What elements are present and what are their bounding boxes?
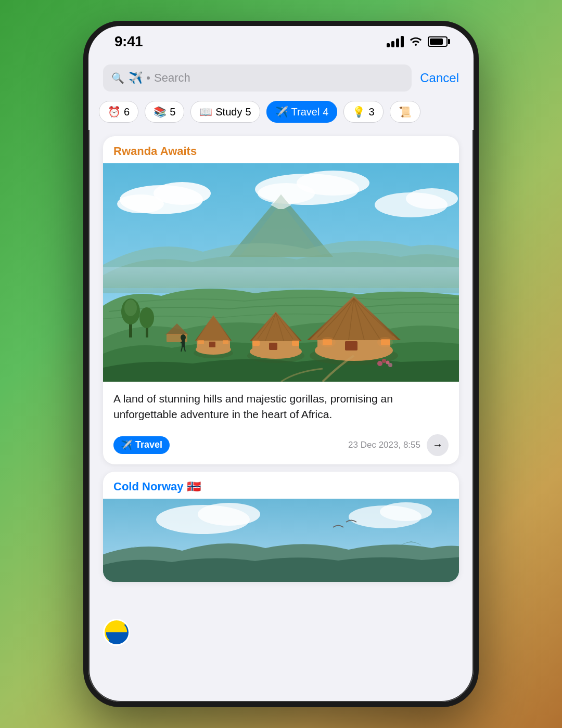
avatar xyxy=(103,619,130,646)
study-icon: 📖 xyxy=(199,106,212,118)
status-icons xyxy=(387,34,448,49)
svg-rect-49 xyxy=(209,342,215,347)
search-bar[interactable]: 🔍 ✈️ Search xyxy=(103,64,412,92)
card-rwanda: Rwanda Awaits xyxy=(103,136,459,464)
svg-rect-50 xyxy=(198,340,204,344)
cancel-button[interactable]: Cancel xyxy=(420,71,459,85)
tab-study-label: Study xyxy=(215,106,242,118)
svg-rect-12 xyxy=(103,267,459,293)
svg-point-62 xyxy=(388,363,392,367)
tab-idea[interactable]: 💡 3 xyxy=(343,101,383,123)
status-time: 9:41 xyxy=(114,33,143,50)
tab-study[interactable]: 📖 Study 5 xyxy=(190,101,260,123)
svg-point-8 xyxy=(406,188,458,209)
books-icon: 📚 xyxy=(154,106,167,118)
card-norway-title: Cold Norway 🇳🇴 xyxy=(113,480,201,493)
tab-travel[interactable]: ✈️ Travel 4 xyxy=(266,101,338,123)
svg-point-3 xyxy=(117,194,164,213)
svg-point-60 xyxy=(382,359,386,363)
card-norway: Cold Norway 🇳🇴 xyxy=(103,472,459,582)
search-icon: 🔍 xyxy=(111,72,124,84)
status-bar: 9:41 xyxy=(88,26,474,57)
signal-icon xyxy=(387,36,404,47)
svg-rect-72 xyxy=(105,632,129,644)
tab-idea-count: 3 xyxy=(368,106,374,118)
phone-shell: 9:41 🔍 ✈️ xyxy=(83,21,479,707)
card-rwanda-footer: ✈️ Travel 23 Dec 2023, 8:55 → xyxy=(103,430,459,464)
idea-icon: 💡 xyxy=(352,106,365,118)
svg-point-54 xyxy=(181,334,186,341)
search-area: 🔍 ✈️ Search Cancel xyxy=(88,57,474,97)
travel-icon: ✈️ xyxy=(275,106,288,118)
card-rwanda-header: Rwanda Awaits xyxy=(103,136,459,163)
battery-icon xyxy=(428,36,448,47)
svg-rect-51 xyxy=(223,340,228,344)
svg-rect-71 xyxy=(105,620,129,632)
tab-books-count: 5 xyxy=(170,106,175,118)
card-rwanda-body: A land of stunning hills and majestic go… xyxy=(103,382,459,430)
travel-tag-label: Travel xyxy=(135,439,162,450)
card-norway-image xyxy=(103,499,459,582)
card-rwanda-meta: 23 Dec 2023, 8:55 → xyxy=(348,434,449,456)
card-rwanda-action-button[interactable]: → xyxy=(427,434,449,456)
svg-point-17 xyxy=(139,307,154,328)
svg-point-15 xyxy=(124,300,137,316)
alarm-icon: ⏰ xyxy=(108,106,121,118)
tabs-area: ⏰ 6 📚 5 📖 Study 5 ✈️ Travel 4 💡 3 📜 xyxy=(88,97,474,130)
svg-point-69 xyxy=(380,502,432,521)
search-filter-icon: ✈️ xyxy=(129,71,143,85)
scroll-icon: 📜 xyxy=(399,106,412,118)
tab-alarm[interactable]: ⏰ 6 xyxy=(99,101,138,123)
tab-study-count: 5 xyxy=(245,106,251,118)
svg-rect-55 xyxy=(182,340,185,347)
search-dot xyxy=(147,76,150,80)
tab-alarm-count: 6 xyxy=(124,106,130,118)
svg-rect-42 xyxy=(252,341,260,346)
card-rwanda-image xyxy=(103,163,459,382)
cards-area: Rwanda Awaits xyxy=(88,130,474,697)
wifi-icon xyxy=(409,34,423,49)
svg-point-59 xyxy=(377,361,382,366)
tab-scroll[interactable]: 📜 xyxy=(390,101,420,123)
card-rwanda-description: A land of stunning hills and majestic go… xyxy=(113,391,449,423)
card-rwanda-title: Rwanda Awaits xyxy=(113,145,197,158)
card-rwanda-tag[interactable]: ✈️ Travel xyxy=(113,436,170,454)
tab-travel-label: Travel xyxy=(291,106,320,118)
svg-rect-43 xyxy=(292,341,299,346)
card-norway-header: Cold Norway 🇳🇴 xyxy=(103,472,459,499)
svg-point-64 xyxy=(377,337,393,347)
travel-tag-icon: ✈️ xyxy=(121,439,132,451)
tab-travel-count: 4 xyxy=(323,106,328,118)
svg-rect-41 xyxy=(269,343,277,350)
search-placeholder: Search xyxy=(154,71,190,85)
svg-point-63 xyxy=(320,337,336,347)
svg-rect-29 xyxy=(345,341,357,350)
tab-books[interactable]: 📚 5 xyxy=(145,101,184,123)
svg-point-67 xyxy=(198,503,260,526)
card-rwanda-date: 23 Dec 2023, 8:55 xyxy=(348,440,420,450)
